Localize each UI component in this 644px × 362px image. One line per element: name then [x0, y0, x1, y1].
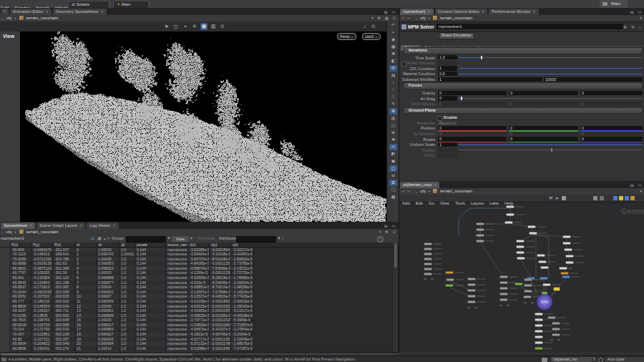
graph-node[interactable] — [535, 330, 543, 333]
param-field[interactable]: 0 — [509, 102, 578, 106]
graph-node[interactable] — [525, 278, 532, 281]
group-filter-icon[interactable]: ▼ — [167, 235, 171, 243]
graph-node[interactable] — [561, 272, 569, 275]
sticky-note-node[interactable] — [554, 288, 560, 291]
select-arrow-icon[interactable]: ➤ — [163, 23, 170, 30]
viewport-tool-icon[interactable]: ◧ — [389, 58, 397, 64]
viewport-tool-icon[interactable]: ◘ — [389, 180, 397, 186]
cursor-icon[interactable]: ➤ — [555, 196, 560, 200]
wrench-icon[interactable]: ⚒ — [549, 196, 553, 200]
grid-toggle-icon[interactable] — [593, 196, 597, 200]
viewport-tool-icon[interactable]: ▦ — [389, 44, 397, 50]
table-row[interactable]: -69.9018-0.125754-300.588160.9999171.00.… — [0, 323, 399, 328]
graph-node[interactable] — [560, 267, 567, 270]
table-row[interactable]: -69.8904-0.204822-300.949200.9999941.00.… — [0, 341, 399, 346]
viewport-tool-icon[interactable]: ⌖ — [389, 29, 397, 36]
param-field[interactable]: 0 — [580, 91, 643, 95]
graph-node[interactable] — [550, 338, 554, 341]
viewport-tool-icon[interactable]: ◉ — [389, 36, 397, 43]
points-mode-icon[interactable]: ⊡ — [91, 235, 94, 243]
snap-icon[interactable]: ▥ — [210, 23, 217, 30]
graph-node[interactable] — [424, 268, 432, 270]
viewport-tool-icon[interactable]: ✚ — [389, 51, 397, 57]
param-field[interactable]: 0 — [438, 96, 457, 100]
scene-viewport[interactable]: Persp ⌄ cam2 ⌄ — [20, 31, 386, 222]
graph-node[interactable] — [474, 306, 478, 309]
graph-node[interactable] — [563, 242, 571, 245]
color-badge-blue-icon[interactable] — [613, 196, 618, 200]
graph-node[interactable] — [543, 283, 551, 286]
response-dropdown[interactable]: Bounce ▾ — [438, 121, 457, 125]
path-root[interactable]: obj — [6, 16, 11, 20]
viewport-tool-icon[interactable]: ⓘ — [389, 187, 397, 193]
graph-node[interactable] — [424, 253, 432, 255]
close-icon[interactable]: ✕ — [434, 182, 436, 187]
attributes-input[interactable] — [236, 236, 276, 243]
pane-tab-stub[interactable]: ✕ — [1, 9, 9, 15]
graph-node[interactable] — [552, 333, 560, 336]
param-field[interactable]: 10000 — [544, 77, 643, 82]
attr-filter-icon[interactable]: ▼ — [277, 235, 281, 243]
param-field[interactable]: 1 — [438, 142, 457, 147]
pane-tab[interactable]: Performance Monitor✕ — [489, 9, 538, 15]
section-iterations[interactable]: Iterations — [404, 47, 643, 54]
graph-node[interactable] — [528, 225, 536, 228]
graph-node[interactable] — [507, 304, 510, 307]
snapshot-icon[interactable] — [562, 196, 566, 200]
graph-node[interactable] — [447, 278, 454, 281]
table-row[interactable]: -69.8858-0.190431-300.276211.000141.00.1… — [0, 346, 399, 351]
graph-node[interactable] — [552, 322, 560, 325]
viewport-tool-icon[interactable]: ⚙ — [389, 108, 397, 114]
slider-track[interactable] — [459, 98, 643, 99]
graph-node[interactable] — [505, 221, 513, 224]
graph-node[interactable] — [468, 295, 476, 298]
move-icon[interactable]: ✛ — [191, 23, 198, 30]
viewport-tool-icon[interactable]: ⟳ — [389, 65, 397, 72]
slider-track[interactable] — [459, 57, 643, 58]
handles-icon[interactable]: ▦ — [200, 23, 208, 30]
graph-node[interactable] — [515, 283, 523, 285]
color-badge-blue2-icon[interactable] — [625, 196, 629, 200]
table-row[interactable]: -70.0244-0.0929093-300.93890.9996511.00.… — [0, 290, 399, 295]
pane-tab[interactable]: Context Options Editor✕ — [435, 9, 488, 15]
close-icon[interactable]: ✕ — [45, 9, 48, 14]
graph-node[interactable] — [517, 251, 525, 254]
graph-node[interactable] — [500, 275, 508, 278]
help-icon[interactable]: ? — [377, 236, 384, 243]
table-row[interactable]: -70.0289-0.0721391-301.78621.000081.00.1… — [0, 257, 399, 262]
graph-node[interactable] — [541, 266, 549, 269]
graph-node[interactable] — [540, 277, 548, 280]
path-node[interactable]: terrain_mountain — [26, 16, 59, 20]
graph-node[interactable] — [424, 278, 427, 280]
graph-node[interactable] — [500, 287, 508, 290]
graph-node[interactable] — [552, 328, 560, 331]
graph-node[interactable] — [424, 273, 432, 275]
param-field[interactable]: 1 — [438, 66, 457, 70]
pane-tab[interactable]: Geometry Spreadsheet✕ — [53, 9, 107, 15]
table-row[interactable]: -69.8809-0.145554-300.934121.000061.00.1… — [0, 304, 399, 309]
graph-node[interactable] — [535, 347, 543, 350]
graph-node[interactable] — [424, 258, 432, 260]
graph-node[interactable] — [468, 278, 476, 280]
table-row[interactable]: -69.8543-0.126893-301.28870.9999771.00.1… — [0, 280, 399, 285]
close-icon[interactable]: ✕ — [532, 9, 535, 14]
pane-corner-icons[interactable]: ⊞ ▭ — [384, 9, 397, 14]
node-name-field[interactable]: mpmsolver1 — [436, 24, 623, 29]
section-forces[interactable]: Forces — [404, 82, 643, 89]
pathbar-right-icons[interactable]: ▾ ✚ ▦ ⊙ — [371, 15, 397, 21]
message-icon[interactable] — [542, 358, 547, 362]
graph-node[interactable] — [517, 245, 525, 248]
table-row[interactable]: -69.777-0.186119-300.916110.9999591.00.1… — [0, 299, 399, 304]
graph-node[interactable] — [530, 232, 537, 235]
pane-tab[interactable]: mpmsolver1✕ — [400, 9, 434, 15]
graph-node[interactable] — [499, 304, 503, 307]
viewport-tool-icon[interactable]: ▣ — [389, 158, 397, 165]
path-root[interactable]: obj — [6, 230, 11, 234]
graph-node[interactable] — [525, 284, 532, 287]
table-row[interactable]: -69.849-0.0684076-301.93701.000031.00.14… — [0, 248, 399, 253]
graph-node[interactable] — [468, 300, 476, 303]
locate-icon[interactable]: ⌖ — [182, 23, 189, 30]
back-icon[interactable]: ↩ — [401, 189, 405, 193]
path-node[interactable]: terrain_mountain — [26, 230, 59, 234]
pane-corner-icons[interactable]: ⊞ ▭ — [384, 223, 397, 228]
